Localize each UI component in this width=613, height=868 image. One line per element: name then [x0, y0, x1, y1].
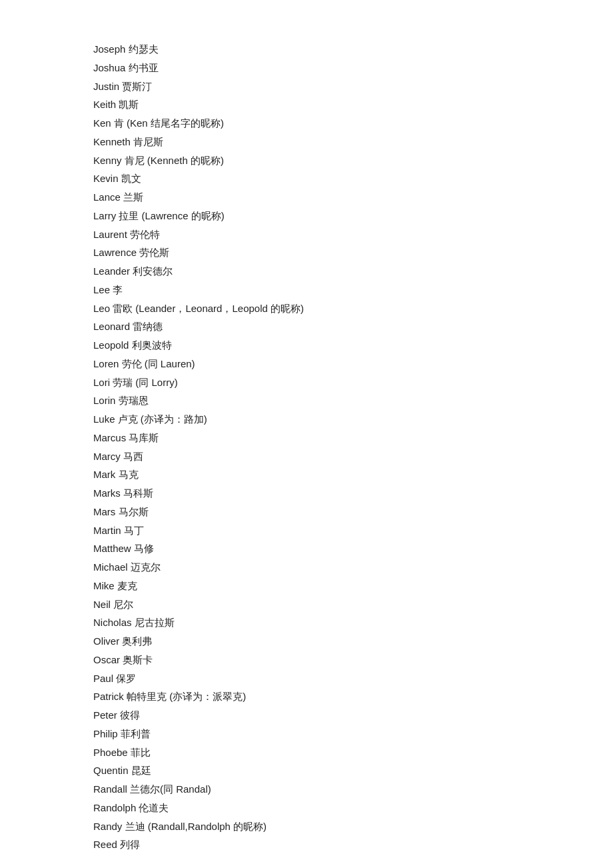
list-item: Oscar 奥斯卡	[93, 651, 613, 669]
list-item: Larry 拉里 (Lawrence 的昵称)	[93, 207, 613, 225]
list-item: Lori 劳瑞 (同 Lorry)	[93, 373, 613, 392]
list-item: Joseph 约瑟夫	[93, 40, 613, 59]
list-item: Joshua 约书亚	[93, 59, 613, 77]
list-item: Paul 保罗	[93, 669, 613, 688]
list-item: Kevin 凯文	[93, 169, 613, 188]
list-item: Loren 劳伦 (同 Lauren)	[93, 355, 613, 373]
list-item: Leander 利安德尔	[93, 262, 613, 281]
list-item: Keith 凯斯	[93, 95, 613, 114]
list-item: Neil 尼尔	[93, 595, 613, 614]
list-item: Luke 卢克 (亦译为：路加)	[93, 410, 613, 429]
list-item: Nicholas 尼古拉斯	[93, 613, 613, 632]
name-list: Joseph 约瑟夫Joshua 约书亚Justin 贾斯汀Keith 凯斯Ke…	[93, 40, 613, 854]
list-item: Lee 李	[93, 281, 613, 299]
list-item: Randy 兰迪 (Randall,Randolph 的昵称)	[93, 817, 613, 836]
list-item: Ken 肯 (Ken 结尾名字的昵称)	[93, 114, 613, 133]
list-item: Leopold 利奥波特	[93, 336, 613, 355]
list-item: Lance 兰斯	[93, 188, 613, 207]
list-item: Leo 雷欧 (Leander，Leonard，Leopold 的昵称)	[93, 299, 613, 318]
list-item: Randolph 伦道夫	[93, 799, 613, 817]
list-item: Mike 麦克	[93, 577, 613, 595]
list-item: Marcy 马西	[93, 447, 613, 466]
list-item: Patrick 帕特里克 (亦译为：派翠克)	[93, 687, 613, 706]
list-item: Marcus 马库斯	[93, 429, 613, 447]
list-item: Marks 马科斯	[93, 484, 613, 503]
list-item: Mark 马克	[93, 465, 613, 484]
list-item: Lorin 劳瑞恩	[93, 391, 613, 410]
list-item: Leonard 雷纳德	[93, 317, 613, 336]
list-item: Phoebe 菲比	[93, 743, 613, 762]
list-item: Randall 兰德尔(同 Randal)	[93, 780, 613, 799]
list-item: Michael 迈克尔	[93, 558, 613, 577]
list-item: Lawrence 劳伦斯	[93, 243, 613, 262]
list-item: Oliver 奥利弗	[93, 632, 613, 651]
list-item: Quentin 昆廷	[93, 761, 613, 780]
list-item: Reed 列得	[93, 835, 613, 854]
list-item: Peter 彼得	[93, 706, 613, 725]
list-item: Justin 贾斯汀	[93, 77, 613, 96]
list-item: Martin 马丁	[93, 521, 613, 540]
list-item: Kenny 肯尼 (Kenneth 的昵称)	[93, 151, 613, 170]
list-item: Mars 马尔斯	[93, 503, 613, 521]
list-item: Philip 菲利普	[93, 725, 613, 743]
list-item: Laurent 劳伦特	[93, 225, 613, 244]
list-item: Matthew 马修	[93, 539, 613, 558]
list-item: Kenneth 肯尼斯	[93, 133, 613, 151]
